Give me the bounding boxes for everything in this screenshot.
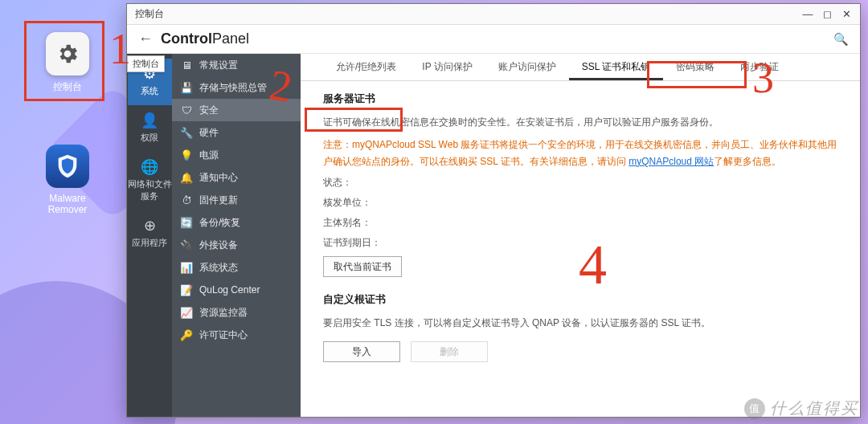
san-row: 主体别名： bbox=[323, 216, 837, 230]
rail-item-3[interactable]: ⊕应用程序 bbox=[128, 210, 172, 257]
shield-icon bbox=[46, 145, 89, 188]
sidebar-item-外接设备[interactable]: 🔌外接设备 bbox=[172, 234, 301, 256]
desktop-icon-malware-remover[interactable]: Malware Remover bbox=[35, 145, 100, 215]
sidebar-icon: 📝 bbox=[180, 283, 193, 296]
category-rail: 控制台 ⚙系统👤权限🌐网络和文件 服务⊕应用程序 bbox=[127, 54, 172, 417]
section-desc: 要启用安全 TLS 连接，可以将自定义根证书导入 QNAP 设备，以认证服务器的… bbox=[323, 315, 837, 331]
rail-item-2[interactable]: 🌐网络和文件 服务 bbox=[128, 152, 172, 210]
titlebar: 控制台 — ◻ ✕ bbox=[127, 4, 860, 25]
sidebar-item-许可证中心[interactable]: 🔑许可证中心 bbox=[172, 324, 301, 346]
sidebar-label: 常规设置 bbox=[199, 59, 238, 72]
sidebar-icon: 🔑 bbox=[180, 328, 193, 341]
sidebar-label: 外接设备 bbox=[199, 238, 238, 252]
sidebar-label: 电源 bbox=[199, 149, 219, 162]
sidebar-item-常规设置[interactable]: 🖥常规设置 bbox=[172, 54, 301, 76]
import-button[interactable]: 导入 bbox=[323, 341, 400, 362]
sidebar-label: 系统状态 bbox=[199, 261, 238, 275]
tab-2[interactable]: 账户访问保护 bbox=[485, 54, 569, 80]
tab-0[interactable]: 允许/拒绝列表 bbox=[323, 54, 409, 80]
rail-icon: 👤 bbox=[128, 112, 172, 129]
sidebar-label: 固件更新 bbox=[199, 194, 238, 207]
sidebar-label: 许可证中心 bbox=[199, 328, 248, 342]
rail-item-1[interactable]: 👤权限 bbox=[128, 105, 172, 152]
sidebar-icon: 🔧 bbox=[180, 126, 193, 139]
sidebar-item-硬件[interactable]: 🔧硬件 bbox=[172, 121, 301, 144]
desktop-icon-label: Malware Remover bbox=[35, 193, 100, 215]
delete-button: 删除 bbox=[411, 341, 488, 362]
minimize-button[interactable]: — bbox=[799, 7, 817, 22]
sidebar-label: 安全 bbox=[199, 104, 219, 117]
sidebar-label: 存储与快照总管 bbox=[199, 81, 267, 95]
sidebar-item-资源监控器[interactable]: 📈资源监控器 bbox=[172, 301, 301, 324]
sidebar-item-安全[interactable]: 🛡安全 bbox=[172, 99, 301, 121]
section-heading: 服务器证书 bbox=[323, 92, 837, 106]
sidebar-label: 硬件 bbox=[199, 126, 219, 140]
rail-label: 应用程序 bbox=[132, 238, 167, 247]
status-row: 状态： bbox=[323, 176, 837, 190]
page-title: ControlPanel bbox=[161, 31, 249, 47]
section-heading: 自定义根证书 bbox=[323, 293, 837, 307]
sidebar-icon: 🔌 bbox=[180, 238, 193, 251]
rail-icon: 🌐 bbox=[128, 158, 172, 176]
sidebar-icon: 🔄 bbox=[180, 216, 193, 229]
sidebar-icon: 📊 bbox=[180, 261, 193, 274]
sidebar-item-存储与快照总管[interactable]: 💾存储与快照总管 bbox=[172, 76, 301, 99]
sidebar-icon: 🖥 bbox=[180, 59, 193, 71]
rail-label: 系统 bbox=[141, 86, 158, 96]
myqnapcloud-link[interactable]: myQNAPcloud 网站 bbox=[628, 156, 714, 167]
sidebar-item-系统状态[interactable]: 📊系统状态 bbox=[172, 256, 301, 279]
sidebar-item-备份/恢复[interactable]: 🔄备份/恢复 bbox=[172, 211, 301, 234]
section-desc: 证书可确保在线机密信息在交换时的安全性。在安装证书后，用户可以验证用户服务器身份… bbox=[323, 114, 837, 130]
search-icon[interactable]: 🔍 bbox=[833, 32, 849, 47]
replace-cert-button[interactable]: 取代当前证书 bbox=[323, 256, 402, 277]
rail-icon: ⊕ bbox=[128, 217, 172, 234]
tab-4[interactable]: 密码策略 bbox=[663, 54, 727, 80]
sidebar: 🖥常规设置💾存储与快照总管🛡安全🔧硬件💡电源🔔通知中心⏱固件更新🔄备份/恢复🔌外… bbox=[172, 54, 301, 417]
back-button[interactable]: ← bbox=[138, 31, 153, 47]
header: ← ControlPanel 🔍 bbox=[127, 25, 860, 54]
expiry-row: 证书到期日： bbox=[323, 236, 837, 250]
issuer-row: 核发单位： bbox=[323, 196, 837, 210]
sidebar-icon: 🔔 bbox=[180, 171, 193, 184]
close-button[interactable]: ✕ bbox=[837, 7, 855, 22]
sidebar-label: 通知中心 bbox=[199, 171, 238, 185]
sidebar-icon: 📈 bbox=[180, 306, 193, 319]
root-cert-section: 自定义根证书 要启用安全 TLS 连接，可以将自定义根证书导入 QNAP 设备，… bbox=[301, 282, 860, 366]
tab-bar: 允许/拒绝列表IP 访问保护账户访问保护SSL 证书和私钥密码策略两步验证 bbox=[301, 54, 860, 81]
sidebar-label: 资源监控器 bbox=[199, 306, 248, 320]
rail-label: 权限 bbox=[141, 132, 158, 142]
tab-5[interactable]: 两步验证 bbox=[727, 54, 792, 80]
sidebar-icon: ⏱ bbox=[180, 194, 193, 206]
tab-3[interactable]: SSL 证书和私钥 bbox=[569, 54, 664, 80]
sidebar-label: QuLog Center bbox=[199, 284, 260, 296]
sidebar-icon: 💾 bbox=[180, 81, 193, 94]
tab-1[interactable]: IP 访问保护 bbox=[409, 54, 485, 80]
sidebar-label: 备份/恢复 bbox=[199, 216, 240, 230]
rail-label: 网络和文件 服务 bbox=[128, 179, 172, 201]
sidebar-icon: 🛡 bbox=[180, 104, 193, 116]
server-cert-section: 服务器证书 证书可确保在线机密信息在交换时的安全性。在安装证书后，用户可以验证用… bbox=[301, 81, 860, 282]
window-title: 控制台 bbox=[132, 7, 797, 21]
maximize-button[interactable]: ◻ bbox=[818, 7, 836, 22]
desktop-icon-label: 控制台 bbox=[35, 80, 100, 94]
sidebar-item-固件更新[interactable]: ⏱固件更新 bbox=[172, 189, 301, 211]
sidebar-icon: 💡 bbox=[180, 149, 193, 161]
desktop-icon-control-panel[interactable]: 控制台 bbox=[35, 32, 100, 94]
sidebar-item-QuLog Center[interactable]: 📝QuLog Center bbox=[172, 279, 301, 301]
sidebar-item-通知中心[interactable]: 🔔通知中心 bbox=[172, 166, 301, 189]
sidebar-item-电源[interactable]: 💡电源 bbox=[172, 144, 301, 166]
control-panel-window: 控制台 — ◻ ✕ ← ControlPanel 🔍 控制台 ⚙系统👤权限🌐网络… bbox=[126, 3, 861, 418]
gear-icon bbox=[46, 32, 89, 75]
content-pane: 允许/拒绝列表IP 访问保护账户访问保护SSL 证书和私钥密码策略两步验证 服务… bbox=[301, 54, 860, 417]
rail-tooltip: 控制台 bbox=[127, 55, 165, 72]
